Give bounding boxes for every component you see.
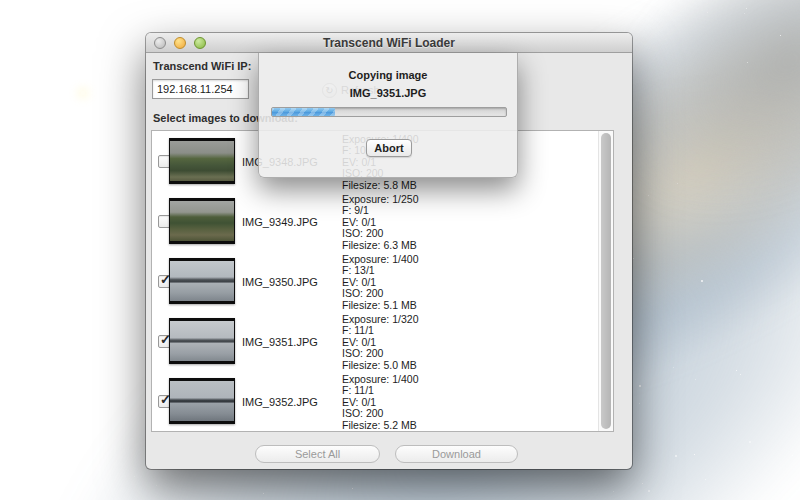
star: [142, 407, 143, 408]
star: [55, 493, 56, 494]
star: [639, 385, 641, 387]
star: [134, 476, 135, 477]
star: [99, 266, 100, 267]
star: [8, 174, 9, 175]
star: [795, 485, 796, 486]
star: [744, 13, 745, 14]
image-filename: IMG_9352.JPG: [242, 396, 318, 408]
image-thumbnail: [169, 318, 235, 364]
star: [677, 183, 678, 184]
list-item[interactable]: ✓ IMG_9350.JPG Exposure: 1/400F: 13/1EV:…: [152, 251, 613, 311]
image-exif: Exposure: 1/400F: 13/1EV: 0/1ISO: 200Fil…: [342, 254, 418, 311]
star: [352, 488, 353, 489]
star: [101, 178, 102, 179]
star: [673, 367, 674, 368]
list-item[interactable]: ✓ IMG_9349.JPG Exposure: 1/250F: 9/1EV: …: [152, 191, 613, 251]
image-thumbnail: [169, 378, 235, 424]
list-item[interactable]: ✓ IMG_9352.JPG Exposure: 1/400F: 11/1EV:…: [152, 371, 613, 431]
window-title: Transcend WiFi Loader: [146, 36, 632, 50]
copy-progress-dialog: Copying image IMG_9351.JPG Abort: [258, 53, 518, 178]
ip-label: Transcend WiFi IP:: [153, 60, 251, 72]
star: [736, 370, 737, 371]
star: [115, 438, 116, 439]
star: [427, 21, 429, 23]
star: [701, 280, 703, 282]
star: [76, 433, 77, 434]
star: [28, 264, 29, 265]
dialog-filename: IMG_9351.JPG: [259, 87, 517, 99]
star: [740, 374, 741, 375]
star: [249, 4, 250, 5]
star: [707, 12, 708, 13]
scrollbar-track[interactable]: [598, 131, 613, 431]
star: [32, 270, 33, 271]
star: [7, 349, 8, 350]
image-exif: Exposure: 1/400F: 11/1EV: 0/1ISO: 200Fil…: [342, 374, 418, 431]
bright-star: [81, 91, 85, 95]
download-button[interactable]: Download: [395, 445, 518, 463]
thumbnail-photo: [170, 321, 234, 361]
star: [308, 18, 309, 19]
star: [633, 258, 634, 259]
star: [694, 454, 695, 455]
abort-button[interactable]: Abort: [366, 139, 412, 157]
image-filename: IMG_9349.JPG: [242, 216, 318, 228]
thumbnail-photo: [170, 261, 234, 301]
star: [639, 403, 640, 404]
star: [792, 455, 793, 456]
star: [749, 441, 751, 443]
star: [120, 284, 121, 285]
image-filename: IMG_9351.JPG: [242, 336, 318, 348]
progress-bar-fill: [272, 108, 335, 116]
thumbnail-photo: [170, 201, 234, 241]
star: [21, 195, 22, 196]
progress-bar-track: [271, 107, 507, 117]
app-window: Transcend WiFi Loader Transcend WiFi IP:…: [146, 33, 632, 469]
list-item[interactable]: ✓ IMG_9351.JPG Exposure: 1/320F: 11/1EV:…: [152, 311, 613, 371]
select-all-button[interactable]: Select All: [255, 445, 380, 463]
star: [747, 62, 748, 63]
star: [54, 99, 55, 100]
title-bar[interactable]: Transcend WiFi Loader: [146, 33, 632, 53]
star: [520, 31, 521, 32]
image-filename: IMG_9350.JPG: [242, 276, 318, 288]
image-thumbnail: [169, 138, 235, 184]
star: [648, 490, 650, 492]
star: [42, 263, 43, 264]
image-thumbnail: [169, 198, 235, 244]
star: [158, 25, 159, 26]
dialog-title: Copying image: [259, 69, 517, 81]
star: [780, 35, 781, 36]
star: [695, 379, 696, 380]
star: [705, 479, 706, 480]
star: [156, 485, 157, 486]
star: [613, 491, 614, 492]
star: [379, 28, 380, 29]
ip-input[interactable]: [152, 79, 249, 99]
scrollbar-thumb[interactable]: [601, 133, 611, 429]
star: [104, 429, 105, 430]
image-exif: Exposure: 1/320F: 11/1EV: 0/1ISO: 200Fil…: [342, 314, 418, 371]
image-exif: Exposure: 1/250F: 9/1EV: 0/1ISO: 200File…: [342, 194, 418, 251]
star: [648, 195, 649, 196]
image-thumbnail: [169, 258, 235, 304]
star: [77, 14, 78, 15]
star: [675, 455, 677, 457]
star: [263, 493, 264, 494]
star: [746, 8, 747, 9]
star: [39, 228, 40, 229]
star: [82, 489, 83, 490]
star: [642, 483, 643, 484]
thumbnail-photo: [170, 141, 234, 181]
thumbnail-photo: [170, 381, 234, 421]
star: [124, 394, 125, 395]
